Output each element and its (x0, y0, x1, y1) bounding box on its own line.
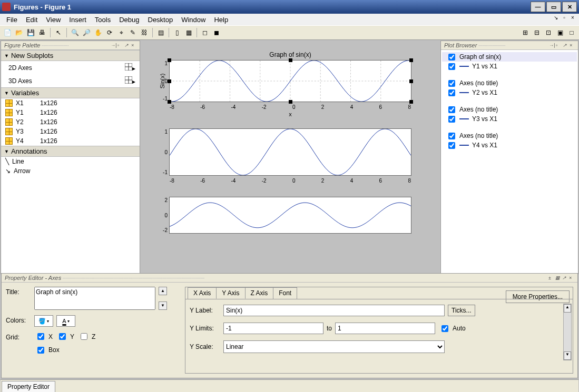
title-input[interactable] (34, 287, 155, 310)
float-icon[interactable]: ▣ (555, 27, 565, 38)
show-tools-icon[interactable]: ◼ (211, 27, 222, 38)
close-button[interactable]: ✕ (562, 2, 577, 12)
scroll-up-icon[interactable]: ▲ (564, 304, 571, 313)
hide-tools-icon[interactable]: ◻ (200, 27, 210, 38)
maximize-button[interactable]: ▭ (546, 2, 561, 12)
yscale-select[interactable]: Linear (223, 340, 445, 353)
close-sub-icon[interactable]: × (570, 15, 576, 22)
tab-xaxis[interactable]: X Axis (188, 287, 217, 299)
panel-max-icon[interactable]: ↗ (124, 43, 130, 48)
max-icon[interactable]: □ (566, 27, 577, 38)
var-row[interactable]: Y31x126 (1, 127, 140, 136)
menu-debug[interactable]: Debug (115, 15, 143, 25)
panel-close-icon[interactable]: × (131, 43, 136, 48)
grid-z-checkbox[interactable] (81, 333, 87, 340)
new-icon[interactable]: 📄 (2, 27, 13, 38)
menu-file[interactable]: File (2, 15, 22, 25)
print-icon[interactable]: 🖶 (37, 27, 47, 38)
pb-checkbox[interactable] (448, 63, 455, 70)
dock-pin-icon[interactable]: ↘ (553, 15, 559, 22)
var-row[interactable]: Y41x126 (1, 136, 140, 146)
pb-axes-row[interactable]: Graph of sin(x) (442, 52, 577, 62)
ylabel-input[interactable] (223, 305, 445, 316)
var-row[interactable]: X11x126 (1, 98, 140, 108)
pan-icon[interactable]: ✋ (93, 27, 103, 38)
title-down-button[interactable]: ▼ (159, 301, 167, 310)
pb-axes-row[interactable]: Axes (no title) (442, 105, 577, 114)
pb-line-row[interactable]: Y4 vs X1 (442, 140, 577, 150)
pb-line-row[interactable]: Y3 vs X1 (442, 114, 577, 124)
link-icon[interactable]: ⛓ (139, 27, 150, 38)
panel-close-icon[interactable]: × (570, 43, 575, 48)
property-editor-header[interactable]: Property Editor - Axes ·················… (2, 274, 577, 283)
legend-icon[interactable]: ▯ (172, 27, 182, 38)
zoom-in-icon[interactable]: 🔍 (70, 27, 80, 38)
item-2d-axes[interactable]: 2D Axes ▸ (1, 61, 140, 74)
panel-grid-icon[interactable]: ▦ (555, 275, 561, 280)
panel-max-icon[interactable]: ↗ (562, 275, 567, 280)
undock-icon[interactable]: ▫ (561, 15, 567, 22)
axes-2[interactable]: 10-1 -8-6-4-202468 (169, 128, 411, 176)
panel-close-icon[interactable]: × (569, 275, 574, 280)
panel-pin-icon[interactable]: →| (111, 43, 116, 48)
pb-line-row[interactable]: Y2 vs X1 (442, 88, 577, 97)
menu-help[interactable]: Help (210, 15, 232, 25)
fgcolor-button[interactable]: A▾ (56, 315, 75, 327)
ymin-input[interactable] (223, 323, 323, 334)
anno-arrow[interactable]: ↘Arrow (1, 166, 140, 176)
section-new-subplots[interactable]: New Subplots (1, 50, 140, 61)
var-row[interactable]: Y21x126 (1, 117, 140, 127)
scrollbar[interactable]: ▲ ▼ (563, 304, 572, 360)
pb-checkbox[interactable] (448, 142, 455, 149)
tab-yaxis[interactable]: Y Axis (216, 287, 245, 299)
pb-checkbox[interactable] (448, 133, 455, 139)
menu-view[interactable]: View (42, 15, 65, 25)
grid-y-checkbox[interactable] (59, 333, 66, 340)
panel-min-icon[interactable]: ▫ (117, 43, 123, 48)
open-icon[interactable]: 📂 (14, 27, 24, 38)
axes-3[interactable]: 20-2 (169, 197, 411, 234)
ticks-button[interactable]: Ticks... (448, 305, 475, 316)
panel-collapse-icon[interactable]: ± (548, 275, 554, 280)
section-variables[interactable]: Variables (1, 87, 140, 98)
minimize-button[interactable]: — (531, 2, 545, 12)
tile-h-icon[interactable]: ⊟ (532, 27, 542, 38)
menu-insert[interactable]: Insert (65, 15, 91, 25)
bgcolor-button[interactable]: 🪣▾ (34, 315, 53, 327)
menu-window[interactable]: Window (177, 15, 210, 25)
ymax-input[interactable] (335, 323, 435, 334)
resize-handle[interactable] (168, 58, 171, 62)
plot-tools-icon[interactable]: ▦ (183, 27, 194, 38)
panel-max-icon[interactable]: ↗ (563, 43, 568, 48)
tab-font[interactable]: Font (273, 287, 297, 299)
datacursor-icon[interactable]: ⌖ (116, 27, 126, 38)
rotate-icon[interactable]: ⟳ (104, 27, 115, 38)
resize-handle[interactable] (289, 58, 292, 62)
var-row[interactable]: Y11x126 (1, 108, 140, 117)
resize-handle[interactable] (289, 100, 292, 104)
resize-handle[interactable] (168, 100, 171, 104)
pb-line-row[interactable]: Y1 vs X1 (442, 62, 577, 71)
title-up-button[interactable]: ▲ (159, 287, 167, 295)
box-checkbox[interactable] (37, 347, 44, 354)
axes-1[interactable]: Graph of sin(x) Sin(x) 10-1 -8-6-4-20246… (169, 60, 411, 102)
panel-pin-icon[interactable]: →| (549, 43, 554, 48)
pb-checkbox[interactable] (448, 116, 455, 123)
pb-checkbox[interactable] (448, 106, 455, 113)
pb-axes-row[interactable]: Axes (no title) (442, 131, 577, 140)
colorbar-icon[interactable]: ▤ (155, 27, 166, 38)
resize-handle[interactable] (409, 79, 413, 83)
pb-checkbox[interactable] (448, 80, 455, 87)
grid-picker-icon[interactable]: ▸ (125, 63, 135, 72)
item-3d-axes[interactable]: 3D Axes ▸ (1, 74, 140, 87)
auto-checkbox[interactable] (441, 325, 448, 332)
scroll-down-icon[interactable]: ▼ (564, 351, 571, 360)
anno-line[interactable]: ╲Line (1, 157, 140, 166)
save-icon[interactable]: 💾 (25, 27, 36, 38)
pb-checkbox[interactable] (448, 89, 455, 96)
bottom-tab-property-editor[interactable]: Property Editor (2, 381, 55, 392)
figure-palette-header[interactable]: Figure Palette ·························… (1, 41, 140, 50)
grid-x-checkbox[interactable] (37, 333, 44, 340)
section-annotations[interactable]: Annotations (1, 146, 140, 157)
grid-picker-3d-icon[interactable]: ▸ (125, 76, 135, 85)
